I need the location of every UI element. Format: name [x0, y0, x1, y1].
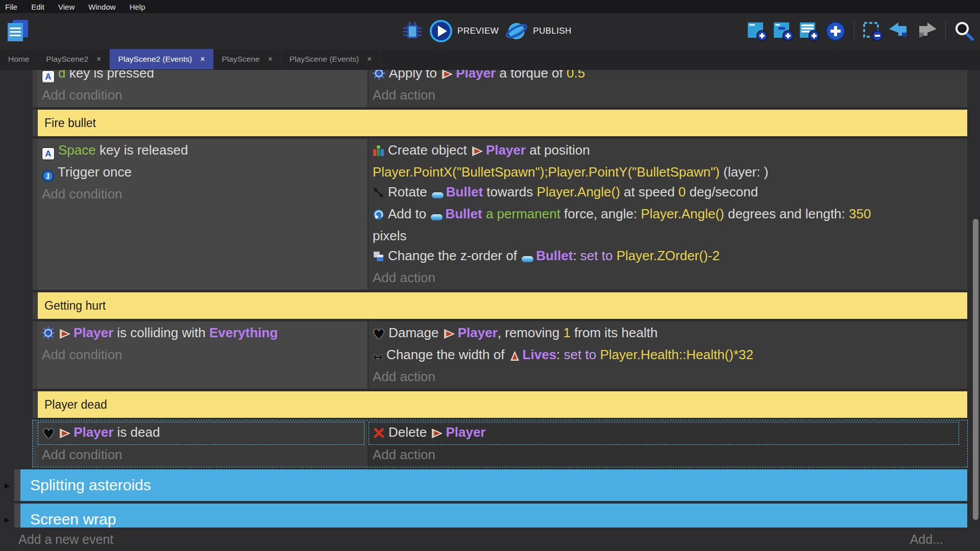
close-tab-icon[interactable]: × — [96, 55, 101, 64]
tab-bar: HomePlayScene2×PlayScene2 (Events)×PlayS… — [0, 49, 980, 69]
bullet-object-icon — [432, 184, 444, 204]
menu-window[interactable]: Window — [88, 3, 122, 11]
health-heart-icon: ♥ — [42, 424, 55, 444]
add-action-placeholder[interactable]: Add action — [369, 268, 962, 288]
condition-item[interactable]: 1Trigger once — [38, 162, 368, 184]
delete-selection-icon[interactable] — [862, 20, 884, 42]
publish-globe-icon — [505, 19, 528, 43]
tab-label: PlayScene2 — [46, 55, 88, 64]
close-tab-icon[interactable]: × — [367, 55, 372, 64]
event-grip[interactable] — [33, 69, 38, 107]
group-header-player-dead[interactable]: Player dead — [33, 391, 967, 418]
menu-edit[interactable]: Edit — [31, 3, 51, 11]
condition-item[interactable]: Ad key is pressed — [38, 69, 368, 85]
add-subevent-icon[interactable] — [773, 20, 794, 42]
add-more-button[interactable]: Add... — [910, 532, 943, 547]
create-object-icon — [373, 142, 384, 162]
gdevelop-logo-icon — [6, 19, 30, 43]
conditions-cell: Ad key is pressedAdd condition — [38, 69, 368, 107]
toolbar-separator — [945, 21, 946, 41]
action-item[interactable]: Add to Bullet a permanent force, angle: … — [369, 204, 962, 246]
condition-item[interactable]: ♥Player is dead — [38, 422, 364, 444]
bullet-object-icon — [522, 248, 533, 268]
add-action-placeholder[interactable]: Add action — [369, 85, 962, 105]
group-header-screen-wrap[interactable]: ▶Screen wrap — [14, 504, 967, 528]
tab-label: PlayScene — [222, 55, 260, 64]
tab-playscene2[interactable]: PlayScene2× — [38, 49, 110, 69]
preview-label: PREVIEW — [457, 26, 499, 36]
preview-button[interactable]: PREVIEW — [429, 19, 499, 43]
undo-icon[interactable] — [888, 21, 911, 41]
group-header-fire-bullet[interactable]: Fire bullet — [33, 110, 967, 136]
menu-file[interactable]: File — [5, 3, 24, 11]
menu-view[interactable]: View — [58, 3, 81, 11]
condition-item[interactable]: Player is colliding with Everything — [38, 323, 368, 345]
player-object-icon — [444, 325, 455, 345]
group-label: Splitting asteroids — [30, 477, 151, 494]
event-row[interactable]: ASpace key is released1Trigger onceAdd c… — [33, 139, 967, 290]
publish-button[interactable]: PUBLISH — [505, 19, 572, 43]
add-action-placeholder[interactable]: Add action — [369, 445, 962, 465]
events-sheet: Ad key is pressedAdd conditionApply to P… — [0, 69, 980, 528]
tab-home[interactable]: Home — [0, 49, 38, 69]
add-new-event-placeholder[interactable]: Add a new event — [18, 532, 113, 547]
collapse-arrow-icon[interactable]: ▶ — [4, 515, 10, 524]
group-label: Getting hurt — [44, 299, 106, 313]
add-condition-placeholder[interactable]: Add condition — [38, 345, 368, 365]
vertical-scrollbar[interactable] — [973, 219, 978, 520]
rotate-icon — [373, 184, 384, 204]
player-object-icon — [431, 424, 443, 444]
action-item[interactable]: ↔Change the width of Lives: set to Playe… — [369, 345, 962, 367]
tab-playscene2-events[interactable]: PlayScene2 (Events)× — [110, 49, 213, 69]
trigger-once-icon: 1 — [42, 164, 54, 184]
action-item[interactable]: Create object Player at position Player.… — [369, 140, 962, 182]
player-object-icon — [472, 142, 483, 162]
group-header-splitting-asteroids[interactable]: ▶Splitting asteroids — [14, 469, 967, 501]
action-item[interactable]: Change the z-order of Bullet: set to Pla… — [369, 246, 962, 268]
add-comment-icon[interactable] — [799, 20, 820, 42]
z-order-icon — [373, 248, 384, 268]
group-label: Fire bullet — [44, 116, 96, 130]
add-event-dialog-icon[interactable] — [825, 20, 846, 42]
search-icon[interactable] — [953, 20, 975, 42]
group-grip — [33, 110, 38, 136]
delete-icon — [373, 424, 385, 444]
close-tab-icon[interactable]: × — [200, 55, 205, 64]
redo-icon[interactable] — [915, 21, 938, 41]
group-label: Player dead — [44, 398, 107, 412]
action-item[interactable]: Delete Player — [369, 422, 959, 444]
group-header-getting-hurt[interactable]: Getting hurt — [33, 292, 967, 319]
add-condition-placeholder[interactable]: Add condition — [38, 85, 368, 105]
close-tab-icon[interactable]: × — [268, 55, 273, 64]
event-grip[interactable] — [33, 420, 38, 467]
event-row[interactable]: Player is colliding with EverythingAdd c… — [33, 321, 967, 389]
tab-label: PlayScene2 (Events) — [118, 55, 192, 64]
physics-icon — [373, 69, 385, 85]
add-condition-placeholder[interactable]: Add condition — [38, 445, 368, 465]
main-toolbar: PREVIEW PUBLISH — [0, 13, 980, 49]
bullet-object-icon — [431, 206, 443, 226]
tab-label: Home — [8, 55, 29, 64]
physics-icon — [42, 325, 55, 345]
add-action-placeholder[interactable]: Add action — [369, 367, 962, 387]
collapse-arrow-icon[interactable]: ▶ — [4, 481, 10, 490]
conditions-cell: ASpace key is released1Trigger onceAdd c… — [38, 139, 368, 290]
action-item[interactable]: Rotate Bullet towards Player.Angle() at … — [369, 182, 962, 204]
menu-help[interactable]: Help — [130, 3, 152, 11]
keyboard-key-icon: A — [42, 142, 55, 162]
action-item[interactable]: Apply to Player a torque of 0.5 — [369, 69, 962, 85]
action-item[interactable]: ♥Damage Player, removing 1 from its heal… — [369, 323, 962, 345]
event-row[interactable]: Ad key is pressedAdd conditionApply to P… — [33, 69, 967, 107]
event-grip[interactable] — [33, 321, 38, 389]
publish-label: PUBLISH — [533, 26, 572, 36]
event-grip[interactable] — [33, 139, 38, 290]
tab-playscene[interactable]: PlayScene× — [214, 49, 281, 69]
event-row[interactable]: ♥Player is deadAdd conditionDelete Playe… — [33, 420, 967, 467]
add-condition-placeholder[interactable]: Add condition — [38, 184, 368, 204]
debugger-icon[interactable] — [402, 21, 423, 41]
tab-playscene-events[interactable]: PlayScene (Events)× — [281, 49, 380, 69]
player-object-icon — [442, 69, 453, 85]
add-event-icon[interactable] — [747, 20, 768, 42]
condition-item[interactable]: ASpace key is released — [38, 140, 368, 162]
player-object-icon — [59, 325, 71, 345]
